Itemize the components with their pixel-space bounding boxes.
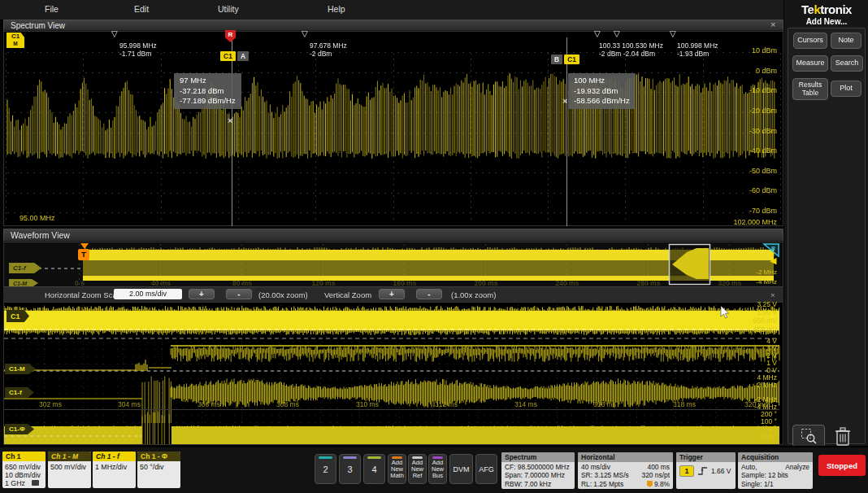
horizontal-settings-badge[interactable]: Horizontal 40 ms/div400 ms SR: 3.125 MS/… (578, 452, 673, 489)
peak-marker-icon[interactable]: ▽ (111, 30, 118, 38)
hzoom-decrease-button[interactable]: - (226, 289, 252, 299)
x-axis-end-label: 102.000 MHz (707, 218, 777, 226)
zoom-close-icon[interactable]: × (770, 290, 775, 299)
zoom-time-label: 314 ms (510, 400, 542, 408)
rising-edge-icon (697, 466, 708, 476)
zoom-select-button[interactable] (792, 425, 825, 447)
y-axis-label: -70 dBm (718, 207, 777, 215)
cursors-button[interactable]: Cursors (793, 33, 827, 49)
channel-4-button[interactable]: 4 (363, 454, 385, 484)
note-button[interactable]: Note (831, 33, 861, 49)
vzoom-factor-label: (1.00x zoom) (451, 290, 496, 299)
c1phi-scale-label: -100 ° (709, 432, 777, 440)
zoomed-waveform-canvas[interactable] (4, 303, 783, 444)
hzoom-increase-button[interactable]: + (189, 289, 215, 299)
c1-scale-label: 650 mV (709, 316, 777, 325)
y-axis-label: -40 dBm (718, 146, 777, 155)
peak-marker-icon[interactable]: ▽ (302, 30, 308, 38)
cursor-a-line[interactable] (232, 37, 232, 226)
plot-button[interactable]: Plot (831, 81, 861, 97)
cursor-b-line[interactable] (566, 37, 567, 226)
channel-3-button[interactable]: 3 (339, 454, 361, 484)
cursor-b-handle-icon[interactable]: × (562, 96, 567, 106)
trigger-position-icon[interactable] (80, 243, 89, 249)
y-axis-label: 0 dBm (718, 67, 777, 75)
spectrum-plot[interactable] (3, 31, 783, 226)
peak-marker-icon[interactable]: ▽ (594, 30, 601, 38)
oscilloscope-screen: File Edit Utility Help Spectrum View × C… (0, 0, 868, 493)
dvm-button[interactable]: DVM (449, 454, 473, 484)
y-axis-label: -60 dBm (718, 186, 777, 194)
warning-icon (647, 481, 653, 487)
zoom-select-icon (801, 428, 817, 444)
zoom-time-label: 316 ms (588, 400, 621, 408)
spectrum-settings-badge[interactable]: Spectrum CF: 98.5000000 MHz Span: 7.0000… (501, 452, 575, 489)
menu-help[interactable]: Help (328, 4, 345, 14)
results-table-button[interactable]: Results Table (792, 78, 828, 100)
overview-scale-label: -4 MHz (744, 278, 777, 286)
peak-marker-icon[interactable]: ▽ (614, 30, 620, 38)
trigger-settings-badge[interactable]: Trigger 1 1.66 V (676, 452, 736, 489)
spectrum-close-icon[interactable]: × (770, 20, 775, 29)
zoom-time-label: 312 ms (430, 400, 462, 408)
spectrum-trace-canvas[interactable] (4, 32, 783, 225)
x-axis-start-label: 95.00 MHz (20, 214, 55, 222)
vertical-zoom-label: Vertical Zoom (324, 290, 371, 299)
channel-badge-ch1-m[interactable]: Ch 1 - M 500 mV/div (48, 452, 91, 488)
zoom-time-label: 304 ms (113, 400, 145, 408)
overview-scale-label: 2 (756, 251, 775, 258)
ch4-color-stripe (367, 456, 381, 459)
channel-2-button[interactable]: 2 (315, 454, 336, 484)
y-axis-label: -10 dBm (718, 86, 777, 94)
menu-file[interactable]: File (45, 4, 59, 14)
trigger-source-badge: 1 (679, 465, 694, 477)
add-new-bus-button[interactable]: Add New Bus (428, 454, 447, 484)
marker-label: 95.998 MHz-1.71 dBm (119, 41, 157, 58)
add-new-header: Add New... (784, 17, 868, 26)
zoom-time-label: 302 ms (34, 400, 67, 408)
overview-scale-label: -2 MHz (744, 268, 777, 276)
zoom-toolbar: Horizontal Zoom Scale 2.00 ms/div + - (2… (3, 286, 783, 302)
marker-label: 100.998 MHz-1.93 dBm (677, 41, 718, 58)
bus-color-stripe (432, 456, 443, 459)
add-new-math-button[interactable]: Add New Math (388, 454, 406, 484)
menu-edit[interactable]: Edit (134, 4, 149, 14)
stopped-run-button[interactable]: Stopped (818, 455, 866, 476)
waveform-view-titlebar[interactable]: Waveform View (3, 229, 783, 242)
c1f-scale-label: 2 MHz (709, 381, 777, 389)
ch3-color-stripe (343, 456, 357, 459)
hzoom-factor-label: (20.00x zoom) (258, 290, 308, 299)
menu-utility[interactable]: Utility (218, 4, 239, 14)
c1-scale-label: -650 mV (709, 325, 777, 334)
trigger-badge[interactable]: T (78, 249, 89, 260)
spectrum-source-badge[interactable]: C1 M (7, 33, 24, 48)
channel-badge-ch1-phi[interactable]: Ch 1 - Φ 50 °/div (137, 452, 180, 488)
trash-icon[interactable] (833, 425, 853, 447)
acquisition-settings-badge[interactable]: Acquisition Auto,Analyze Sample: 12 bits… (738, 452, 813, 489)
vzoom-decrease-button[interactable]: - (416, 289, 442, 299)
tektronix-logo: Tektronix (784, 2, 868, 16)
bandwidth-icon (32, 480, 39, 486)
y-axis-label: -20 dBm (718, 107, 777, 115)
menu-bar: File Edit Utility Help (0, 0, 868, 20)
cursor-a-badge[interactable]: C1 A (220, 51, 249, 61)
add-new-ref-button[interactable]: Add New Ref (408, 454, 427, 484)
cursor-a-handle-icon[interactable]: × (228, 116, 232, 125)
right-panel: Tektronix Add New... Cursors Note Measur… (783, 0, 868, 446)
channel-badge-ch1-f[interactable]: Ch 1 - f 1 MHz/div (93, 452, 136, 488)
horizontal-zoom-scale-label: Horizontal Zoom Scale (45, 290, 123, 299)
channel-badge-ch1[interactable]: Ch 1 650 mV/div 10 dBm/div 1 GHz (2, 452, 46, 488)
waveform-view-title: Waveform View (11, 230, 70, 240)
horizontal-zoom-scale-input[interactable]: 2.00 ms/div (114, 289, 182, 299)
peak-marker-icon[interactable]: ▽ (670, 30, 676, 38)
zoomed-waveform-plot[interactable] (3, 302, 783, 445)
spectrum-view-titlebar[interactable]: Spectrum View (3, 20, 783, 31)
measure-button[interactable]: Measure (792, 55, 828, 72)
zoom-time-label: 318 ms (668, 400, 701, 408)
zoom-time-label: 310 ms (351, 400, 384, 408)
search-button[interactable]: Search (831, 55, 863, 72)
zoom-time-label: 308 ms (271, 400, 304, 408)
cursor-b-badge[interactable]: B C1 (551, 55, 579, 64)
afg-button[interactable]: AFG (475, 454, 497, 484)
vzoom-increase-button[interactable]: + (379, 289, 405, 299)
